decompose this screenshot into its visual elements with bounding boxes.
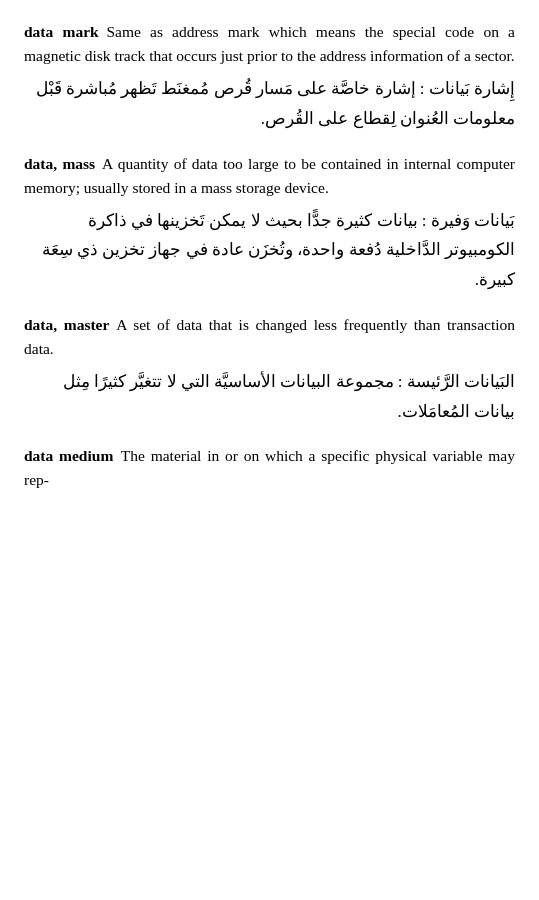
- entry-data-mark: data mark Same as address mark which mea…: [24, 20, 515, 134]
- term-data-mass: data, mass: [24, 155, 95, 172]
- entry-data-mark-english: data mark Same as address mark which mea…: [24, 20, 515, 68]
- term-data-medium: data medium: [24, 447, 113, 464]
- entry-data-mark-arabic: إِشارة بَيانات : إشارة خاصَّة على مَسار …: [24, 74, 515, 134]
- entry-data-master-english: data, master A set of data that is chang…: [24, 313, 515, 361]
- entry-data-master-arabic: البَيانات الرَّئيسة : مجموعة البيانات ال…: [24, 367, 515, 427]
- entry-data-medium-english: data medium The material in or on which …: [24, 444, 515, 492]
- entry-data-mass-definition: A quantity of data too large to be conta…: [24, 155, 515, 196]
- term-data-master: data, master: [24, 316, 109, 333]
- entry-data-mass: data, mass A quantity of data too large …: [24, 152, 515, 295]
- entry-data-mass-english: data, mass A quantity of data too large …: [24, 152, 515, 200]
- entry-data-medium: data medium The material in or on which …: [24, 444, 515, 492]
- term-data-mark: data mark: [24, 23, 99, 40]
- entry-data-mass-arabic: بَيانات وَفيرة : بيانات كثيرة جدًّا بحيث…: [24, 206, 515, 295]
- entry-data-master: data, master A set of data that is chang…: [24, 313, 515, 427]
